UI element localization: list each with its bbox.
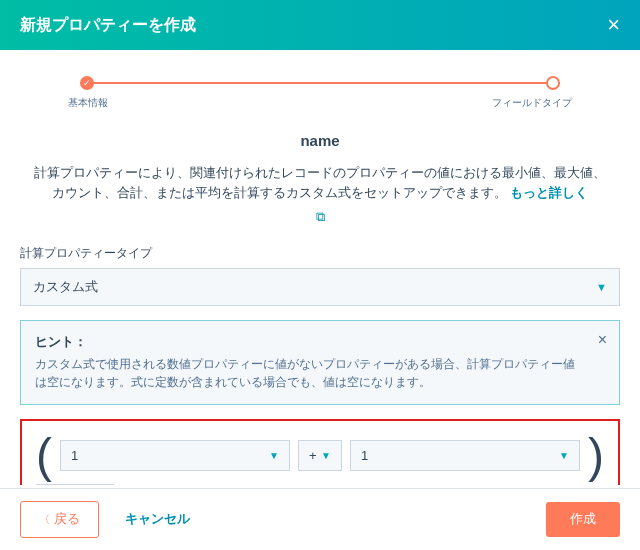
stepper-labels: 基本情報 フィールドタイプ [68, 96, 572, 110]
chevron-down-icon: ▼ [596, 281, 607, 293]
step-basic-info[interactable] [80, 76, 94, 90]
right-operand-select[interactable]: 1 ▼ [350, 440, 580, 471]
modal-content: 基本情報 フィールドタイプ name 計算プロパティーにより、関連付けられたレコ… [0, 50, 640, 485]
learn-more-link[interactable]: もっと詳しく [510, 186, 588, 200]
operator-select[interactable]: + ▼ [298, 440, 342, 471]
hint-title: ヒント： [35, 333, 583, 351]
modal-header: 新規プロパティーを作成 × [0, 0, 640, 50]
external-link-icon[interactable]: ⧉ [316, 207, 325, 227]
back-button[interactable]: 〈 戻る [20, 501, 99, 538]
chevron-down-icon: ▼ [321, 450, 331, 461]
step-current-icon [546, 76, 560, 90]
modal-footer: 〈 戻る キャンセル 作成 [0, 488, 640, 550]
back-label: 戻る [54, 511, 80, 528]
right-operand-value: 1 [361, 448, 368, 463]
modal-title: 新規プロパティーを作成 [20, 15, 196, 36]
close-icon[interactable]: × [607, 14, 620, 36]
step-field-type[interactable] [546, 76, 560, 90]
formula-builder: ( 1 ▼ + ▼ 1 ▼ ) 式に追加 [20, 419, 620, 485]
page-title: name [20, 132, 620, 149]
add-to-formula-button[interactable]: 式に追加 [36, 484, 114, 485]
stepper [80, 76, 560, 90]
chevron-down-icon: ▼ [269, 450, 279, 461]
hint-body: カスタム式で使用される数値プロパティーに値がないプロパティーがある場合、計算プロ… [35, 355, 583, 392]
cancel-button[interactable]: キャンセル [107, 502, 208, 537]
calc-type-value: カスタム式 [33, 278, 98, 296]
operator-value: + [309, 448, 317, 463]
chevron-down-icon: ▼ [559, 450, 569, 461]
step2-label: フィールドタイプ [492, 96, 572, 110]
description: 計算プロパティーにより、関連付けられたレコードのプロパティーの値における最小値、… [20, 163, 620, 227]
create-button[interactable]: 作成 [546, 502, 620, 537]
chevron-left-icon: 〈 [39, 512, 50, 527]
calc-type-select[interactable]: カスタム式 ▼ [20, 268, 620, 306]
stepper-line [80, 82, 560, 84]
hint-box: × ヒント： カスタム式で使用される数値プロパティーに値がないプロパティーがある… [20, 320, 620, 405]
step-done-icon [80, 76, 94, 90]
open-paren: ( [36, 439, 52, 473]
left-operand-value: 1 [71, 448, 78, 463]
left-operand-select[interactable]: 1 ▼ [60, 440, 290, 471]
close-paren: ) [588, 439, 604, 473]
step1-label: 基本情報 [68, 96, 108, 110]
formula-row: ( 1 ▼ + ▼ 1 ▼ ) [36, 439, 604, 473]
calc-type-label: 計算プロパティータイプ [20, 245, 620, 262]
hint-close-icon[interactable]: × [598, 331, 607, 349]
